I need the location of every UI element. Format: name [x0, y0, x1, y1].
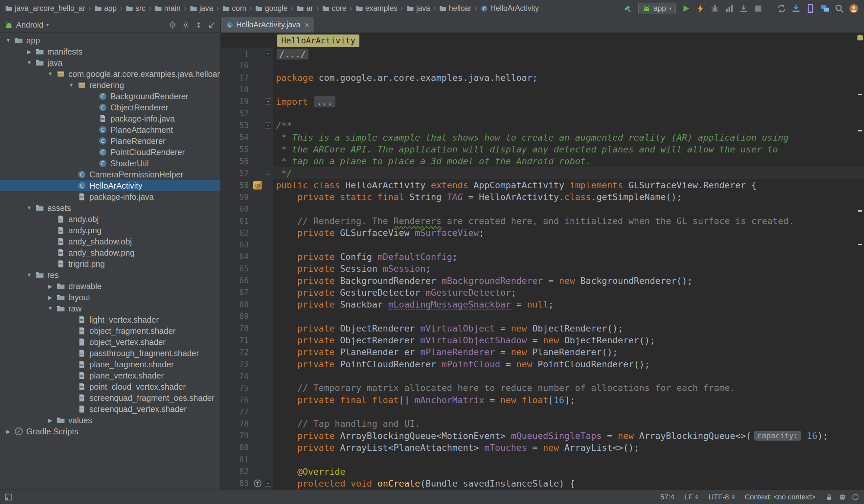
code-line-67[interactable]: 67 private GestureDetector mGestureDetec… [221, 287, 864, 298]
tree-item-andy-png[interactable]: andy.png [0, 225, 220, 236]
breadcrumb-item-google[interactable]: google [254, 3, 289, 14]
code-line-66[interactable]: 66 private BackgroundRenderer mBackgroun… [221, 275, 864, 287]
tree-item-app[interactable]: ▼app [0, 35, 220, 46]
chevron-collapsed-icon[interactable]: ▶ [45, 417, 56, 423]
code-line-72[interactable]: 72 private PlaneRender er mPlaneRenderer… [221, 346, 864, 358]
tree-item-plane-fragment-shader[interactable]: plane_fragment.shader [0, 359, 220, 370]
stripe-mark[interactable] [858, 210, 862, 212]
inspections-icon[interactable] [838, 493, 846, 501]
breadcrumb-item-java-arcore-hello-ar[interactable]: java_arcore_hello_ar [4, 3, 87, 14]
code-line-16[interactable]: 16 [221, 60, 864, 72]
profiler-button[interactable] [723, 2, 735, 15]
context-widget[interactable]: Context: <no context> [745, 493, 815, 501]
tree-item-andy-shadow-obj[interactable]: andy_shadow.obj [0, 236, 220, 247]
breadcrumb-item-app[interactable]: app [93, 3, 118, 14]
fold-collapse-icon[interactable]: - [265, 480, 271, 487]
tree-item-planeattachment[interactable]: CPlaneAttachment [0, 124, 220, 135]
fold-expand-icon[interactable]: + [265, 98, 271, 105]
chevron-expanded-icon[interactable]: ▼ [3, 37, 14, 43]
tree-item-pointcloudrenderer[interactable]: CPointCloudRenderer [0, 146, 220, 158]
background-tasks-icon[interactable] [852, 493, 860, 501]
code-editor[interactable]: 1+/.../1617package com.google.ar.core.ex… [221, 48, 864, 490]
tree-item-manifests[interactable]: ▶manifests [0, 46, 220, 57]
tree-item-plane-vertex-shader[interactable]: plane_vertex.shader [0, 370, 220, 381]
toolwindow-toggle-icon[interactable] [4, 493, 12, 501]
tree-item-com-google-ar-core-examples-java-helloar[interactable]: ▼com.google.ar.core.examples.java.helloa… [0, 68, 220, 80]
related-symbol-icon[interactable]: <> [252, 181, 263, 190]
error-stripe[interactable] [856, 33, 864, 490]
code-line-1[interactable]: 1+/.../ [221, 48, 864, 60]
fold-marker[interactable]: + [263, 98, 273, 105]
fold-marker[interactable]: - [263, 122, 273, 129]
fold-marker[interactable] [263, 171, 273, 175]
code-line-60[interactable]: 60 [221, 203, 864, 215]
tree-item-gradle-scripts[interactable]: ▶Gradle Scripts [0, 426, 220, 437]
breadcrumb-item-helloar[interactable]: helloar [438, 3, 473, 14]
tree-item-raw[interactable]: ▼raw [0, 303, 220, 314]
breadcrumb-item-core[interactable]: core [321, 3, 348, 14]
tree-item-trigrid-png[interactable]: trigrid.png [0, 258, 220, 269]
tree-item-point-cloud-vertex-shader[interactable]: point_cloud_vertex.shader [0, 381, 220, 392]
code-line-59[interactable]: 59 private static final String TAG = Hel… [221, 191, 864, 203]
breadcrumb-item-main[interactable]: main [153, 3, 182, 14]
tree-item-planerenderer[interactable]: CPlaneRenderer [0, 135, 220, 146]
code-line-74[interactable]: 74 [221, 370, 864, 382]
code-line-70[interactable]: 70 private ObjectRenderer mVirtualObject… [221, 322, 864, 334]
search-everywhere-button[interactable] [833, 2, 845, 15]
tree-item-light-vertex-shader[interactable]: light_vertex.shader [0, 314, 220, 325]
tree-item-java[interactable]: ▼java [0, 57, 220, 68]
tree-item-package-info-java[interactable]: package-info.java [0, 113, 220, 124]
tree-item-andy-obj[interactable]: andy.obj [0, 214, 220, 225]
chevron-expanded-icon[interactable]: ▼ [45, 305, 56, 311]
tree-item-objectrenderer[interactable]: CObjectRenderer [0, 102, 220, 113]
breadcrumb-item-ar[interactable]: ar [295, 3, 314, 14]
tree-item-layout[interactable]: ▶layout [0, 292, 220, 303]
project-tree[interactable]: ▼app▶manifests▼java▼com.google.ar.core.e… [0, 33, 220, 490]
code-line-53[interactable]: 53-/** [221, 120, 864, 131]
scroll-to-source-button[interactable] [169, 21, 177, 29]
code-line-55[interactable]: 55 * the ARCore API. The application wil… [221, 144, 864, 155]
tree-item-screenquad-fragment-oes-shader[interactable]: screenquad_fragment_oes.shader [0, 392, 220, 404]
code-line-63[interactable]: 63 [221, 239, 864, 251]
run-configuration-select[interactable]: app▾ [638, 3, 676, 14]
code-line-62[interactable]: 62 private GLSurfaceView mSurfaceView; [221, 227, 864, 239]
tree-item-rendering[interactable]: ▼rendering [0, 80, 220, 91]
code-line-61[interactable]: 61 // Rendering. The Renderers are creat… [221, 215, 864, 227]
breadcrumb-item-examples[interactable]: examples [355, 3, 399, 14]
code-line-81[interactable]: 81 [221, 454, 864, 466]
tree-item-andy-shadow-png[interactable]: andy_shadow.png [0, 247, 220, 258]
code-line-71[interactable]: 71 private ObjectRenderer mVirtualObject… [221, 335, 864, 346]
stop-button[interactable] [752, 2, 765, 15]
stripe-mark[interactable] [858, 94, 862, 95]
code-line-83[interactable]: 83- protected void onCreate(Bundle saved… [221, 477, 864, 489]
code-line-78[interactable]: 78 // Tap handling and UI. [221, 418, 864, 430]
line-separator-widget[interactable]: LF [684, 493, 699, 501]
install-button[interactable] [737, 2, 750, 15]
tree-item-shaderutil[interactable]: CShaderUtil [0, 158, 220, 169]
tree-item-values[interactable]: ▶values [0, 415, 220, 426]
apply-changes-button[interactable] [694, 2, 707, 15]
code-line-75[interactable]: 75 // Temporary matrix allocated here to… [221, 382, 864, 394]
chevron-collapsed-icon[interactable]: ▶ [45, 283, 56, 289]
fold-collapse-icon[interactable]: - [265, 122, 271, 129]
hide-panel-button[interactable] [208, 21, 216, 29]
tree-item-drawable[interactable]: ▶drawable [0, 280, 220, 292]
breadcrumb-item-com[interactable]: com [221, 3, 248, 14]
code-line-73[interactable]: 73 private PointCloudRenderer mPointClou… [221, 358, 864, 370]
tree-item-object-vertex-shader[interactable]: object_vertex.shader [0, 336, 220, 348]
tree-item-screenquad-vertex-shader[interactable]: screenquad_vertex.shader [0, 404, 220, 415]
tree-item-res[interactable]: ▼res [0, 269, 220, 280]
stripe-mark[interactable] [858, 130, 862, 131]
code-line-82[interactable]: 82 @Override [221, 466, 864, 477]
tree-item-assets[interactable]: ▼assets [0, 202, 220, 214]
code-line-77[interactable]: 77 [221, 406, 864, 418]
tree-item-package-info-java[interactable]: package-info.java [0, 191, 220, 202]
breadcrumb-item-java[interactable]: java [189, 3, 215, 14]
tree-item-passthrough-fragment-shader[interactable]: passthrough_fragment.shader [0, 348, 220, 359]
code-line-56[interactable]: 56 * tap on a plane to place a 3d model … [221, 155, 864, 167]
code-line-58[interactable]: 58<>public class HelloArActivity extends… [221, 179, 864, 191]
chevron-expanded-icon[interactable]: ▼ [24, 272, 35, 278]
collapse-all-button[interactable] [195, 21, 203, 29]
chevron-expanded-icon[interactable]: ▼ [45, 71, 56, 77]
encoding-widget[interactable]: UTF-8 [708, 493, 734, 501]
